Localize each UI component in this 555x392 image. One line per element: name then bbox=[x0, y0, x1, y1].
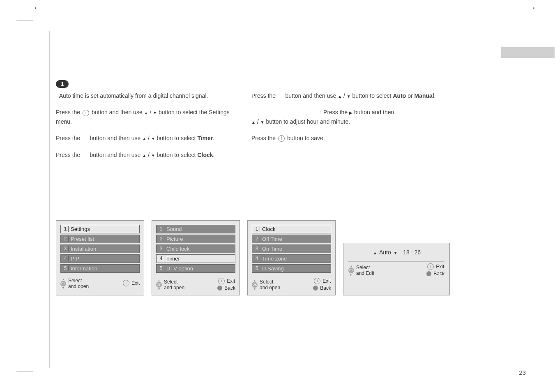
clock-mode: Auto bbox=[379, 249, 391, 256]
menu-item-label: Clock bbox=[262, 226, 276, 232]
footer-exit: Exit bbox=[131, 280, 140, 286]
manual-page: 1 - Auto time is set automatically from … bbox=[49, 31, 501, 368]
menu-item: 4PIP bbox=[60, 254, 140, 263]
i-icon: i bbox=[218, 278, 225, 284]
menu-item: 3Child lock bbox=[156, 244, 235, 253]
menu-item: 3Installation bbox=[60, 244, 140, 253]
menu-item-label: Off Time bbox=[262, 236, 282, 242]
menu-item: 4Time zone bbox=[252, 254, 331, 263]
ok-icon: ▲OK▼ bbox=[252, 279, 258, 291]
menu-item-label: Settings bbox=[71, 226, 90, 232]
text: Press the bbox=[56, 152, 80, 158]
down-icon bbox=[153, 109, 157, 115]
auto-time-note: - Auto time is set automatically from a … bbox=[56, 91, 235, 100]
back-icon bbox=[313, 286, 318, 291]
menu-item: 2Picture bbox=[156, 235, 235, 243]
text: Press the bbox=[251, 92, 276, 99]
footer-select: Selectand Edit bbox=[356, 265, 374, 276]
text: button to select bbox=[352, 92, 391, 99]
ok-icon: ◄OK► bbox=[348, 265, 354, 276]
menu-item-label: Picture bbox=[166, 236, 183, 242]
menu-item-label: Installation bbox=[71, 246, 96, 252]
gray-tab bbox=[501, 47, 555, 58]
menu-item: 5DTV option bbox=[156, 264, 235, 273]
timer-label: Timer bbox=[197, 135, 213, 141]
text: button and then use bbox=[90, 152, 140, 158]
down-icon bbox=[260, 118, 265, 125]
menu-item: 2Preset list bbox=[60, 235, 140, 243]
page-number: 23 bbox=[519, 369, 526, 376]
menu-item-label: On Time bbox=[262, 246, 282, 252]
up-icon bbox=[373, 251, 377, 255]
ok-icon: ▲OK▼ bbox=[60, 278, 66, 289]
text: Press the bbox=[56, 135, 80, 141]
instruction-manual-adjust: ; Press the button and then / button to … bbox=[251, 108, 448, 126]
instruction-clock: Press the button and then use / button t… bbox=[56, 150, 235, 159]
i-icon: i bbox=[83, 110, 89, 116]
menu-item: 1Sound bbox=[156, 225, 235, 233]
instruction-timer: Press the button and then use / button t… bbox=[56, 134, 235, 143]
text: button and then use bbox=[285, 92, 336, 99]
menu-item-num: 1 bbox=[158, 226, 164, 232]
left-column: - Auto time is set automatically from a … bbox=[50, 91, 243, 167]
instruction-settings: Press the i button and then use / button… bbox=[56, 108, 235, 126]
text: button to adjust hour and minute. bbox=[266, 118, 350, 125]
text: button and then use bbox=[92, 109, 143, 115]
text: button and then bbox=[354, 109, 394, 115]
footer-back: Back bbox=[224, 285, 235, 291]
menu-item-label: Preset list bbox=[71, 236, 94, 242]
footer-exit: Exit bbox=[436, 264, 444, 270]
i-icon: i bbox=[123, 280, 129, 286]
text: button to select bbox=[157, 152, 196, 158]
menu-item-num: 3 bbox=[254, 246, 260, 251]
text: Press the bbox=[56, 109, 80, 115]
text: button to select the Settings menu. bbox=[56, 109, 230, 125]
menu-item-label: Timer bbox=[166, 256, 180, 262]
i-icon: i bbox=[278, 135, 285, 142]
right-column: Press the button and then use / button t… bbox=[243, 91, 448, 167]
text: ; Press the bbox=[320, 109, 348, 115]
up-icon bbox=[251, 118, 256, 125]
up-icon bbox=[144, 109, 148, 115]
step-badge: 1 bbox=[56, 80, 69, 88]
instruction-auto-manual: Press the button and then use / button t… bbox=[251, 91, 448, 100]
text: button and then use bbox=[90, 135, 140, 141]
manual-label: Manual bbox=[415, 92, 434, 99]
text: button to save. bbox=[287, 135, 325, 141]
ok-icon: ▲OK▼ bbox=[156, 279, 162, 291]
menu-item-label: DTV option bbox=[166, 265, 193, 272]
down-icon bbox=[151, 152, 155, 158]
i-icon: i bbox=[427, 263, 434, 270]
menu-clock: 1Clock2Off Time3On Time4Time zone5D.Savi… bbox=[247, 220, 336, 295]
text: Press the bbox=[251, 135, 276, 141]
menu-item-num: 3 bbox=[158, 246, 164, 251]
menu-item-num: 4 bbox=[158, 256, 164, 261]
auto-label: Auto bbox=[393, 92, 406, 99]
right-icon bbox=[349, 109, 352, 115]
down-icon bbox=[151, 135, 155, 141]
down-icon bbox=[347, 92, 351, 99]
menu-screenshots-row: 1Settings2Preset list3Installation4PIP5I… bbox=[50, 220, 501, 295]
up-icon bbox=[142, 135, 146, 141]
menu-timer: 1Sound2Picture3Child lock4Timer5DTV opti… bbox=[152, 220, 240, 295]
instruction-save: Press the i button to save. bbox=[251, 134, 448, 143]
menu-item: 1Settings bbox=[60, 225, 140, 233]
menu-item-num: 4 bbox=[254, 256, 260, 261]
back-icon bbox=[426, 271, 431, 276]
text: or bbox=[408, 92, 412, 99]
footer-exit: Exit bbox=[227, 278, 235, 284]
menu-item-label: D.Saving bbox=[262, 265, 284, 272]
menu-item-num: 2 bbox=[254, 236, 260, 242]
footer-select: Selectand open bbox=[68, 278, 89, 289]
clock-label: Clock bbox=[197, 152, 213, 158]
menu-item-num: 2 bbox=[62, 236, 69, 242]
i-icon: i bbox=[314, 278, 320, 284]
footer-exit: Exit bbox=[322, 278, 331, 284]
menu-item: 5D.Saving bbox=[252, 264, 331, 273]
clock-time: 18 : 26 bbox=[403, 249, 421, 256]
footer-select: Selectand open bbox=[260, 279, 280, 291]
menu-item: 1Clock bbox=[252, 225, 331, 233]
menu-item-num: 1 bbox=[254, 226, 260, 232]
down-icon bbox=[394, 251, 398, 255]
up-icon bbox=[338, 92, 342, 99]
